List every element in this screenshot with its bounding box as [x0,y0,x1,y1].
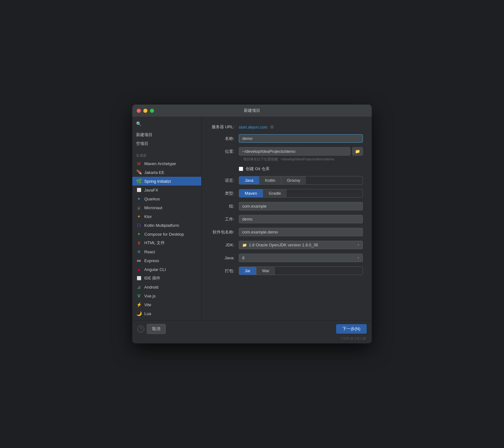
location-hint: 项目将在以下位置创建: ~/develop/IdeaProjects/demo/… [210,157,334,162]
search-bar[interactable]: 🔍 [132,119,201,129]
server-url-row: 服务器 URL: start.aliyun.com ⚙ [210,124,363,130]
sidebar-item-label: Maven Archetype [144,161,176,166]
language-java-button[interactable]: Java [239,176,259,184]
sidebar-item-label: Lua [144,311,151,316]
maximize-button[interactable] [150,109,154,113]
right-panel: 服务器 URL: start.aliyun.com ⚙ 名称: 位置: [202,117,372,320]
new-project-dialog: 新建项目 🔍 新建项目 空项目 生成器 M Maven Archetype [132,105,372,343]
express-icon: ex [136,258,142,263]
ide-icon: ⬜ [136,275,142,281]
lua-icon: 🌙 [136,311,142,316]
git-checkbox-label: 创建 Git 仓库 [246,166,270,172]
spring-icon: 🌿 [136,178,142,184]
name-value [239,134,363,143]
sidebar-item-html[interactable]: 5 HTML 文件 [132,238,201,247]
group-label: 组: [210,204,239,209]
sidebar-item-label: Jakarta EE [144,170,164,175]
language-kotlin-button[interactable]: Kotlin [259,176,281,184]
language-row: 语言: Java Kotlin Groovy [210,176,363,185]
group-input[interactable] [239,202,363,210]
sidebar-item-vuejs[interactable]: V Vue.js [132,291,201,300]
empty-project-label: 空项目 [136,141,148,146]
sidebar-item-maven-archetype[interactable]: M Maven Archetype [132,159,201,168]
location-value: 📁 [239,147,363,156]
javafx-icon: ⬜ [136,187,142,193]
cancel-button[interactable]: 取消 [147,324,166,334]
android-icon: ⊿ [136,284,142,290]
language-groovy-button[interactable]: Groovy [281,176,306,184]
new-project-label: 新建项目 [136,132,152,138]
sidebar-item-ide-plugin[interactable]: ⬜ IDE 插件 [132,274,201,283]
sidebar-item-angular[interactable]: ▲ Angular CLI [132,265,201,274]
location-label: 位置: [210,149,239,154]
close-button[interactable] [137,109,141,113]
sidebar-item-new-project[interactable]: 新建项目 [132,130,201,139]
sidebar-item-label: Android [144,285,158,290]
sidebar-item-label: JavaFX [144,188,158,192]
type-maven-button[interactable]: Maven [239,189,263,197]
type-gradle-button[interactable]: Gradle [263,189,287,197]
type-row: 类型: Maven Gradle [210,189,363,198]
sidebar-item-javafx[interactable]: ⬜ JavaFX [132,186,201,194]
top-items: 新建项目 空项目 [132,129,201,150]
jdk-value: 1.8 Oracle OpenJDK version 1.8.0_36 [249,243,318,247]
next-button[interactable]: 下一步(N) [336,324,367,334]
sidebar-item-label: Ktor [144,214,152,219]
footer-left: ? 取消 [137,324,166,334]
watermark: CSDN @七维大脑 [132,336,369,342]
section-label: 生成器 [132,151,201,159]
sidebar-item-label: Vue.js [144,294,156,298]
packaging-row: 打包: Jar War [210,267,363,275]
ktor-icon: ✦ [136,214,142,219]
sidebar-item-label: Quarkus [144,197,160,201]
name-label: 名称: [210,136,239,141]
sidebar-item-ktor[interactable]: ✦ Ktor [132,212,201,221]
java-version-dropdown[interactable]: 8 ▾ [239,254,363,262]
java-version-value: 8 [242,256,244,260]
sidebar-item-quarkus[interactable]: ✦ Quarkus [132,194,201,203]
location-input[interactable] [239,147,350,156]
vite-icon: ⚡ [136,302,142,307]
sidebar-item-label: Spring Initializr [144,179,171,184]
packaging-jar-button[interactable]: Jar [239,267,256,275]
sidebar-item-express[interactable]: ex Express [132,256,201,265]
minimize-button[interactable] [143,109,147,113]
server-url-link[interactable]: start.aliyun.com [239,125,267,129]
settings-icon[interactable]: ⚙ [270,124,274,129]
sidebar-item-react[interactable]: ⚛ React [132,247,201,256]
artifact-row: 工件: [210,215,363,223]
jdk-dropdown[interactable]: 📁 1.8 Oracle OpenJDK version 1.8.0_36 ▾ [239,241,363,249]
sidebar-item-micronaut[interactable]: μ Micronaut [132,203,201,212]
sidebar-item-label: Angular CLI [144,267,166,272]
browse-button[interactable]: 📁 [352,147,363,156]
sidebar-item-label: React [144,250,155,254]
git-checkbox[interactable] [239,167,243,171]
help-button[interactable]: ? [137,325,144,332]
name-input[interactable] [239,134,363,143]
packaging-war-button[interactable]: War [256,267,275,275]
artifact-input[interactable] [239,215,363,223]
sidebar-item-android[interactable]: ⊿ Android [132,283,201,291]
package-row: 软件包名称: [210,228,363,236]
type-toggle-group: Maven Gradle [239,189,363,198]
package-input[interactable] [239,228,363,236]
sidebar-item-label: Kotlin Multiplatform [144,223,179,228]
sidebar-item-compose-desktop[interactable]: ✦ Compose for Desktop [132,230,201,238]
search-icon: 🔍 [136,121,141,126]
compose-icon: ✦ [136,231,142,237]
sidebar-item-spring-initializr[interactable]: 🌿 Spring Initializr [132,177,201,186]
footer: ? 取消 下一步(N) [132,320,372,337]
name-row: 名称: [210,134,363,143]
sidebar-item-jakarta-ee[interactable]: 🪶 Jakarta EE [132,168,201,177]
folder-icon: 📁 [355,149,360,154]
sidebar-item-vite[interactable]: ⚡ Vite [132,300,201,309]
main-content: 🔍 新建项目 空项目 生成器 M Maven Archetype 🪶 Jakar… [132,117,372,320]
type-label: 类型: [210,191,239,196]
sidebar-item-lua[interactable]: 🌙 Lua [132,309,201,318]
sidebar-item-kotlin-multiplatform[interactable]: ⬡ Kotlin Multiplatform [132,221,201,230]
sidebar-item-label: Express [144,258,159,263]
vue-icon: V [136,293,142,299]
java-label: Java: [210,256,239,260]
sidebar-item-empty-project[interactable]: 空项目 [132,139,201,148]
html-icon: 5 [136,240,142,246]
